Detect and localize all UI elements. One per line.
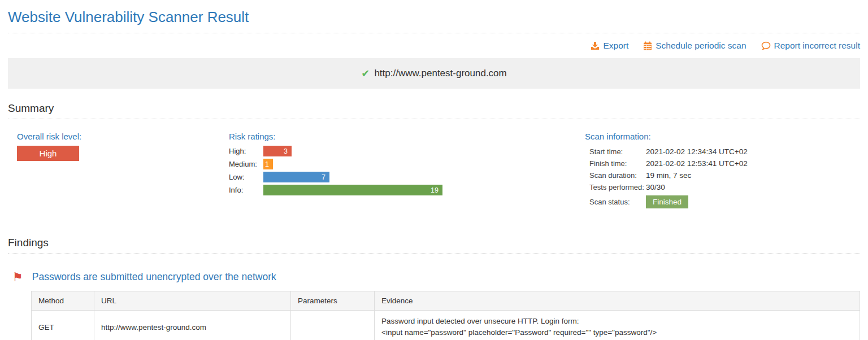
- scan-info-row-scan-status: Scan status: Finished: [589, 195, 860, 208]
- overall-risk-label: Overall risk level:: [17, 132, 220, 141]
- table-row: GET http://www.pentest-ground.com Passwo…: [32, 311, 860, 340]
- risk-ratings-panel: Risk ratings: High:3Medium:1Low:7Info:19: [220, 132, 576, 211]
- scan-information-panel: Scan information: Start time: 2021-02-02…: [576, 132, 860, 211]
- scan-info-row-value: 30/30: [646, 183, 665, 191]
- cell-evidence: Password input detected over unsecure HT…: [375, 311, 860, 340]
- scan-info-row-value: 2021-02-02 12:34:34 UTC+02: [646, 147, 748, 156]
- flag-icon: ⚑: [12, 271, 23, 283]
- risk-bar: 3: [263, 146, 292, 156]
- column-header-evidence: Evidence: [375, 291, 860, 311]
- speech-bubble-icon: [761, 41, 771, 50]
- finding-evidence-table: Method URL Parameters Evidence GET http:…: [31, 291, 860, 340]
- overall-risk-badge: High: [17, 146, 79, 161]
- risk-bar: 7: [263, 172, 329, 182]
- column-header-url: URL: [94, 291, 291, 311]
- scan-info-row-value: 2021-02-02 12:53:41 UTC+02: [646, 159, 748, 168]
- table-header-row: Method URL Parameters Evidence: [32, 291, 860, 311]
- schedule-periodic-scan-label: Schedule periodic scan: [656, 41, 746, 51]
- overall-risk-panel: Overall risk level: High: [8, 132, 220, 211]
- scanner-result-page: Website Vulnerability Scanner Result Exp…: [0, 8, 868, 340]
- summary-body: Overall risk level: High Risk ratings: H…: [8, 132, 860, 211]
- summary-heading: Summary: [8, 102, 860, 119]
- findings-heading: Findings: [8, 237, 860, 254]
- scan-info-row-value: 19 min, 7 sec: [646, 171, 691, 180]
- target-url-bar: ✔ http://www.pentest-ground.com: [8, 58, 860, 89]
- risk-ratings-bars: High:3Medium:1Low:7Info:19: [229, 146, 576, 195]
- cell-method: GET: [32, 311, 94, 340]
- evidence-line-1: Password input detected over unsecure HT…: [381, 316, 853, 327]
- scan-info-row-label: Scan status:: [589, 198, 646, 206]
- risk-bar-category-label: Info:: [229, 186, 263, 194]
- page-title: Website Vulnerability Scanner Result: [8, 8, 860, 33]
- finding-item-header: ⚑ Passwords are submitted unencrypted ov…: [8, 271, 860, 283]
- risk-bar-row: High:3: [229, 146, 576, 156]
- scan-info-row-label: Finish time:: [589, 159, 646, 168]
- report-incorrect-result-label: Report incorrect result: [774, 41, 860, 51]
- calendar-icon: [643, 41, 652, 50]
- actions-toolbar: Export Schedule perio: [8, 33, 860, 58]
- export-button[interactable]: Export: [591, 41, 628, 51]
- scan-info-rows: Start time: 2021-02-02 12:34:34 UTC+02 F…: [585, 146, 860, 208]
- column-header-method: Method: [32, 291, 94, 311]
- scan-info-row-label: Start time:: [589, 147, 646, 156]
- scan-info-row-finish-time: Finish time: 2021-02-02 12:53:41 UTC+02: [589, 158, 860, 169]
- schedule-periodic-scan-button[interactable]: Schedule periodic scan: [643, 41, 746, 51]
- risk-bar-row: Info:19: [229, 185, 576, 195]
- scan-info-row-label: Tests performed:: [589, 183, 646, 191]
- risk-bar: 1: [263, 159, 273, 169]
- scan-info-row-tests-performed: Tests performed: 30/30: [589, 181, 860, 193]
- cell-url: http://www.pentest-ground.com: [94, 311, 291, 340]
- report-incorrect-result-button[interactable]: Report incorrect result: [761, 41, 860, 51]
- risk-bar-category-label: Medium:: [229, 160, 263, 168]
- risk-bar-category-label: High:: [229, 147, 263, 155]
- scan-info-row-start-time: Start time: 2021-02-02 12:34:34 UTC+02: [589, 146, 860, 158]
- risk-bar-row: Low:7: [229, 172, 576, 182]
- scan-info-row-scan-duration: Scan duration: 19 min, 7 sec: [589, 169, 860, 181]
- check-icon: ✔: [361, 68, 370, 79]
- scan-info-row-label: Scan duration:: [589, 171, 646, 180]
- download-icon: [591, 41, 600, 50]
- target-url: http://www.pentest-ground.com: [374, 68, 506, 79]
- cell-parameters: [291, 311, 375, 340]
- risk-bar-row: Medium:1: [229, 159, 576, 169]
- risk-ratings-label: Risk ratings:: [229, 132, 576, 141]
- finding-title-link[interactable]: Passwords are submitted unencrypted over…: [32, 271, 276, 283]
- evidence-line-2: <input name="password" placeholder="Pass…: [381, 327, 853, 338]
- scan-information-label: Scan information:: [585, 132, 860, 141]
- export-label: Export: [603, 41, 628, 51]
- risk-bar: 19: [263, 185, 442, 195]
- risk-bar-category-label: Low:: [229, 173, 263, 181]
- scan-status-badge: Finished: [646, 195, 688, 208]
- column-header-parameters: Parameters: [291, 291, 375, 311]
